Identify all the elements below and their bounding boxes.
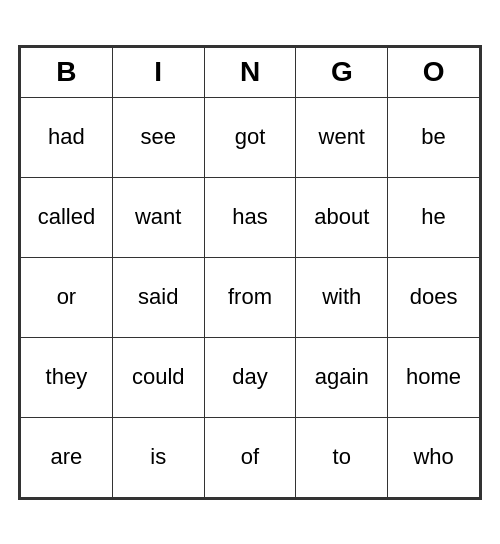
table-cell: of: [204, 417, 296, 497]
table-cell: could: [112, 337, 204, 417]
table-cell: is: [112, 417, 204, 497]
table-cell: are: [21, 417, 113, 497]
table-row: theycoulddayagainhome: [21, 337, 480, 417]
bingo-body: hadseegotwentbecalledwanthasaboutheorsai…: [21, 97, 480, 497]
table-cell: home: [388, 337, 480, 417]
table-cell: be: [388, 97, 480, 177]
table-cell: from: [204, 257, 296, 337]
table-cell: with: [296, 257, 388, 337]
table-cell: to: [296, 417, 388, 497]
col-n: N: [204, 47, 296, 97]
col-b: B: [21, 47, 113, 97]
table-cell: said: [112, 257, 204, 337]
col-g: G: [296, 47, 388, 97]
table-cell: want: [112, 177, 204, 257]
table-cell: they: [21, 337, 113, 417]
table-cell: has: [204, 177, 296, 257]
table-cell: about: [296, 177, 388, 257]
table-cell: he: [388, 177, 480, 257]
table-cell: who: [388, 417, 480, 497]
table-cell: day: [204, 337, 296, 417]
table-cell: does: [388, 257, 480, 337]
table-row: areisoftowho: [21, 417, 480, 497]
col-o: O: [388, 47, 480, 97]
table-row: hadseegotwentbe: [21, 97, 480, 177]
bingo-table: B I N G O hadseegotwentbecalledwanthasab…: [20, 47, 480, 498]
col-i: I: [112, 47, 204, 97]
table-cell: went: [296, 97, 388, 177]
table-row: orsaidfromwithdoes: [21, 257, 480, 337]
bingo-card: B I N G O hadseegotwentbecalledwanthasab…: [18, 45, 482, 500]
table-cell: had: [21, 97, 113, 177]
table-row: calledwanthasabouthe: [21, 177, 480, 257]
table-cell: got: [204, 97, 296, 177]
table-cell: or: [21, 257, 113, 337]
table-cell: again: [296, 337, 388, 417]
table-cell: see: [112, 97, 204, 177]
table-cell: called: [21, 177, 113, 257]
header-row: B I N G O: [21, 47, 480, 97]
